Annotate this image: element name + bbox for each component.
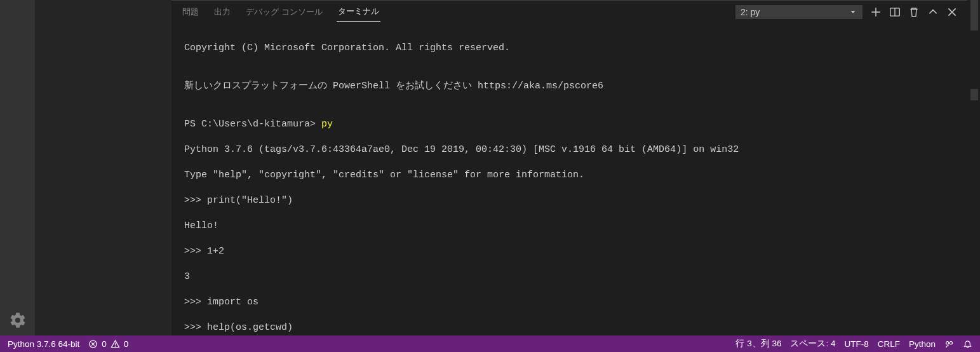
svg-point-5	[946, 341, 949, 344]
terminal-selector[interactable]: 2: py	[735, 5, 863, 19]
status-encoding[interactable]: UTF-8	[844, 339, 868, 349]
status-warnings-count: 0	[124, 339, 129, 349]
plus-icon[interactable]	[870, 6, 882, 18]
terminal-line: PS C:\Users\d-kitamura> py	[184, 118, 955, 131]
feedback-icon	[944, 339, 954, 349]
close-icon[interactable]	[946, 6, 958, 18]
panel-actions: 2: py	[735, 5, 958, 19]
tab-terminal[interactable]: ターミナル	[337, 2, 380, 22]
chevron-down-icon	[849, 8, 857, 17]
status-lang[interactable]: Python	[909, 339, 936, 349]
terminal-line: Type "help", "copyright", "credits" or "…	[184, 169, 955, 182]
terminal-line: >>> 1+2	[184, 245, 955, 258]
terminal-line: 3	[184, 271, 955, 283]
panel-header: 問題 出力 デバッグ コンソール ターミナル 2: py	[171, 1, 967, 23]
status-python[interactable]: Python 3.7.6 64-bit	[8, 339, 79, 349]
status-feedback[interactable]	[944, 339, 954, 349]
status-spaces[interactable]: スペース: 4	[790, 338, 835, 349]
status-errors-count: 0	[102, 339, 107, 349]
status-right: 行 3、列 36 スペース: 4 UTF-8 CRLF Python	[735, 338, 972, 349]
status-problems[interactable]: 0 0	[88, 339, 128, 349]
terminal-body[interactable]: Copyright (C) Microsoft Corporation. All…	[171, 23, 967, 335]
sidebar	[35, 0, 171, 335]
terminal-selector-label: 2: py	[741, 7, 760, 17]
scrollbar[interactable]	[967, 0, 980, 335]
terminal-line: >>> import os	[184, 296, 955, 309]
chevron-up-icon[interactable]	[927, 6, 939, 18]
terminal-line: Python 3.7.6 (tags/v3.7.6:43364a7ae0, De…	[184, 144, 955, 156]
tab-debug-console[interactable]: デバッグ コンソール	[245, 3, 324, 22]
tab-problems[interactable]: 問題	[181, 3, 200, 22]
status-bar: Python 3.7.6 64-bit 0 0 行 3、列 36 スペース: 4…	[0, 335, 980, 352]
tab-output[interactable]: 出力	[213, 3, 232, 22]
terminal-line: Copyright (C) Microsoft Corporation. All…	[184, 42, 955, 55]
svg-point-6	[950, 341, 952, 344]
panel: 問題 出力 デバッグ コンソール ターミナル 2: py	[171, 0, 967, 335]
main-row: 問題 出力 デバッグ コンソール ターミナル 2: py	[0, 0, 980, 335]
terminal-line: >>> help(os.getcwd)	[184, 322, 955, 334]
activity-bar	[0, 0, 35, 335]
svg-point-4	[115, 346, 116, 346]
status-ln-col[interactable]: 行 3、列 36	[735, 338, 781, 349]
status-left: Python 3.7.6 64-bit 0 0	[8, 339, 128, 349]
warning-icon	[111, 339, 120, 349]
split-icon[interactable]	[889, 6, 901, 18]
terminal-line: 新しいクロスプラットフォームの PowerShell をお試しください http…	[184, 80, 955, 93]
bell-icon	[963, 339, 972, 349]
app-root: 問題 出力 デバッグ コンソール ターミナル 2: py	[0, 0, 980, 352]
gear-icon[interactable]	[9, 311, 27, 329]
status-eol[interactable]: CRLF	[878, 339, 900, 349]
status-notifications[interactable]	[963, 339, 972, 349]
trash-icon[interactable]	[908, 6, 920, 18]
terminal-line: Hello!	[184, 220, 955, 233]
terminal-line: >>> print("Hello!")	[184, 194, 955, 207]
content-column: 問題 出力 デバッグ コンソール ターミナル 2: py	[171, 0, 967, 335]
panel-tabs: 問題 出力 デバッグ コンソール ターミナル	[181, 1, 380, 23]
error-icon	[88, 339, 98, 349]
